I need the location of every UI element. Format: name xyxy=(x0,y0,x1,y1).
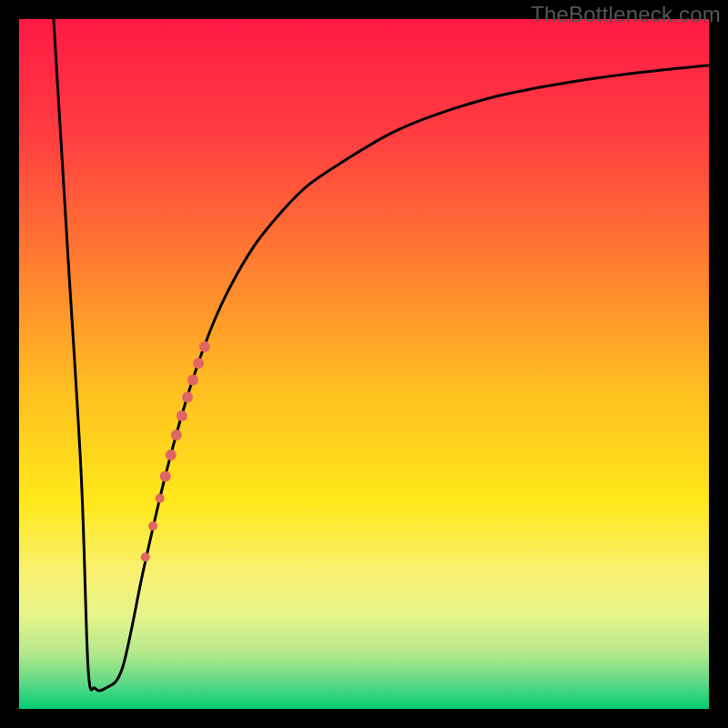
plot-area xyxy=(19,19,709,709)
marker-dot xyxy=(193,358,204,369)
chart-frame: TheBottleneck.com xyxy=(0,0,728,728)
marker-dot xyxy=(182,391,193,402)
watermark-text: TheBottleneck.com xyxy=(531,2,721,27)
chart-svg xyxy=(19,19,709,709)
marker-dot xyxy=(199,341,210,352)
marker-dot xyxy=(166,450,177,460)
marker-dot xyxy=(156,494,165,503)
marker-dot xyxy=(148,521,157,531)
marker-dot xyxy=(141,552,150,561)
marker-dot xyxy=(177,410,187,421)
marker-dot xyxy=(187,374,198,385)
marker-dot xyxy=(160,471,171,482)
marker-dot xyxy=(171,430,182,440)
gradient-background xyxy=(19,19,709,709)
